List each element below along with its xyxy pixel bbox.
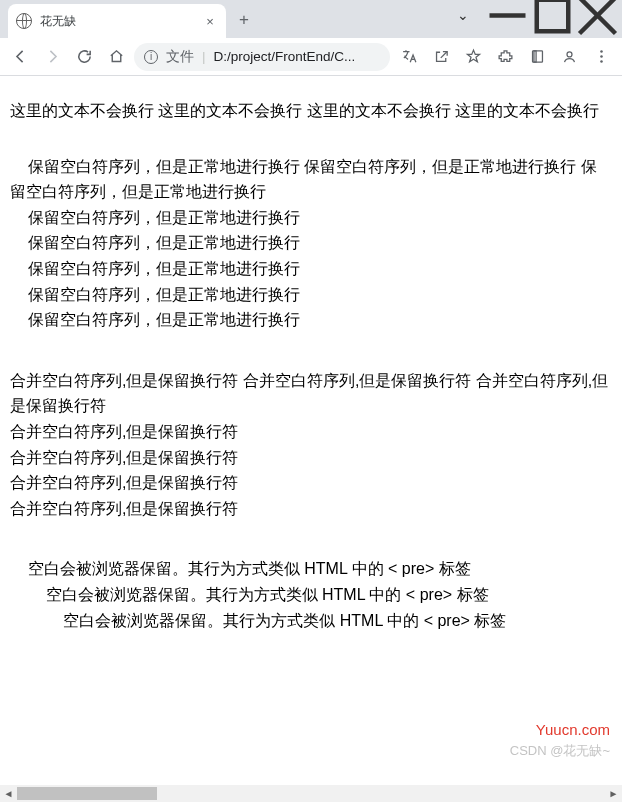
tabs-dropdown-icon[interactable]: ⌄ [440,0,485,30]
minimize-button[interactable] [485,0,530,30]
maximize-button[interactable] [530,0,575,30]
scroll-thumb[interactable] [17,787,157,800]
close-tab-icon[interactable]: × [202,14,218,29]
scroll-right-arrow[interactable]: ► [605,785,622,802]
close-window-button[interactable] [575,0,620,30]
pre-text: 空白会被浏览器保留。其行为方式类似 HTML 中的 < pre> 标签 空白会被… [10,556,612,633]
preline-text: 合并空白符序列,但是保留换行符 合并空白符序列,但是保留换行符 合并空白符序列,… [10,368,612,522]
address-bar[interactable]: i 文件 | D:/project/FrontEnd/C... [134,43,390,71]
svg-rect-5 [533,51,535,62]
forward-button[interactable] [38,43,66,71]
share-icon[interactable] [426,43,456,71]
globe-icon [16,13,32,29]
bookmark-icon[interactable] [458,43,488,71]
horizontal-scrollbar[interactable]: ◄ ► [0,785,622,802]
tab-title: 花无缺 [40,13,194,30]
new-tab-button[interactable]: + [230,6,258,34]
svg-point-9 [600,60,603,63]
back-button[interactable] [6,43,34,71]
url-text: D:/project/FrontEnd/C... [214,49,380,64]
scroll-left-arrow[interactable]: ◄ [0,785,17,802]
page-content: 这里的文本不会换行 这里的文本不会换行 这里的文本不会换行 这里的文本不会换行 … [0,76,622,782]
info-icon[interactable]: i [144,50,158,64]
nowrap-text: 这里的文本不会换行 这里的文本不会换行 这里的文本不会换行 这里的文本不会换行 [10,98,612,124]
scroll-track[interactable] [17,785,605,802]
url-scheme-label: 文件 [166,48,194,66]
extensions-icon[interactable] [490,43,520,71]
titlebar: 花无缺 × + ⌄ [0,0,622,38]
browser-tab[interactable]: 花无缺 × [8,4,226,38]
reading-list-icon[interactable] [522,43,552,71]
window-controls: ⌄ [440,0,622,30]
svg-point-7 [600,50,603,53]
toolbar-actions [394,43,616,71]
author-watermark: CSDN @花无缺~ [510,741,610,762]
menu-icon[interactable] [586,43,616,71]
svg-rect-1 [537,0,569,31]
url-separator: | [202,49,206,64]
prewrap-text: 保留空白符序列，但是正常地进行换行 保留空白符序列，但是正常地进行换行 保留空白… [10,154,612,333]
translate-icon[interactable] [394,43,424,71]
reload-button[interactable] [70,43,98,71]
svg-point-6 [567,52,572,57]
svg-point-8 [600,55,603,58]
site-watermark: Yuucn.com [536,718,610,742]
browser-toolbar: i 文件 | D:/project/FrontEnd/C... [0,38,622,76]
home-button[interactable] [102,43,130,71]
profile-icon[interactable] [554,43,584,71]
